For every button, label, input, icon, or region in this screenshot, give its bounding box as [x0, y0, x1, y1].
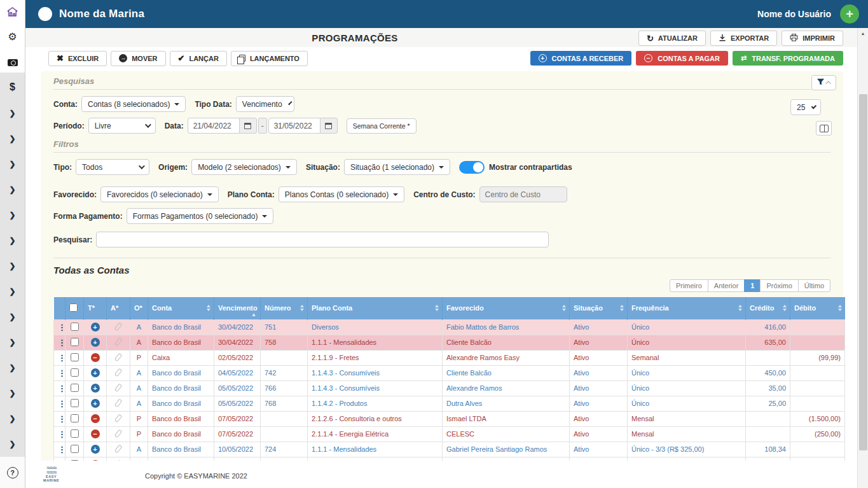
forma-pagamento-dropdown[interactable]: Formas Pagamentos (0 selecionado)	[127, 208, 274, 224]
lancamento-button[interactable]: LANÇAMENTO	[231, 51, 308, 66]
attachment-icon[interactable]	[114, 414, 123, 422]
settings-gear-icon[interactable]: ⚙	[6, 31, 19, 43]
marina-logo[interactable]	[38, 7, 52, 21]
imprimir-button[interactable]: IMPRIMIR	[782, 31, 843, 46]
row-checkbox[interactable]	[71, 399, 79, 407]
row-checkbox[interactable]	[71, 414, 79, 422]
filter-collapse-button[interactable]	[811, 75, 836, 90]
sidebar-chevron-icon[interactable]: ❯	[9, 406, 15, 431]
plano-conta-dropdown[interactable]: Planos Contas (0 selecionado)	[279, 186, 404, 202]
mostrar-contrapartidas-toggle[interactable]	[459, 161, 485, 174]
row-menu-icon[interactable]: ⋮	[58, 323, 65, 332]
scrollbar-thumb[interactable]	[859, 94, 867, 450]
excluir-button[interactable]: ✖ EXCLUIR	[48, 51, 107, 66]
contas-a-pagar-button[interactable]: − CONTAS A PAGAR	[636, 51, 728, 66]
mover-button[interactable]: → MOVER	[111, 51, 165, 66]
scroll-up-arrow-icon[interactable]: ▲	[858, 28, 868, 38]
atualizar-button[interactable]: ↻ ATUALIZAR	[638, 31, 706, 46]
pagination-button[interactable]: Próximo	[760, 279, 798, 292]
origem-dropdown[interactable]: Modelo (2 selecionados)	[191, 159, 297, 175]
table-row[interactable]: ⋮−PBanco do Brasil07/05/20222.1.1.4 - En…	[54, 426, 845, 442]
page-size-select[interactable]: 25	[790, 99, 821, 115]
tipo-data-select[interactable]: Vencimento	[236, 96, 294, 112]
column-header-situacao[interactable]: Situação	[570, 297, 628, 319]
scrollbar[interactable]: ▲	[857, 28, 868, 488]
table-row[interactable]: ⋮+ABanco do Brasil05/05/20227681.1.4.2 -…	[54, 396, 845, 411]
column-header-favorecido[interactable]: Favorecido	[443, 297, 570, 319]
sidebar-chevron-icon[interactable]: ❯	[9, 431, 15, 457]
table-row[interactable]: ⋮−PCaixa02/05/20222.1.1.9 - FretesAlexan…	[54, 350, 845, 365]
pagination-button[interactable]: Último	[798, 279, 830, 292]
column-header-frequencia[interactable]: Frequência	[628, 297, 746, 319]
table-row[interactable]: ⋮+ABanco do Brasil30/04/20227581.1.1 - M…	[54, 335, 845, 350]
row-checkbox[interactable]	[71, 323, 79, 331]
periodo-select[interactable]: Livre	[88, 118, 156, 134]
pagination-button[interactable]: 1	[744, 279, 761, 292]
attachment-icon[interactable]	[114, 322, 123, 331]
cash-icon[interactable]	[6, 56, 19, 69]
table-row[interactable]: ⋮+ABanco do Brasil10/05/20227241.1.1 - M…	[54, 442, 845, 457]
attachment-icon[interactable]	[114, 352, 123, 361]
finance-dollar-icon[interactable]: $	[10, 78, 15, 97]
sidebar-chevron-icon[interactable]: ❯	[9, 228, 15, 253]
help-icon[interactable]: ?	[7, 467, 18, 478]
add-button[interactable]: +	[840, 4, 859, 24]
data-fim-input[interactable]	[268, 118, 320, 134]
semana-corrente-button[interactable]: Semana Corrente *	[347, 118, 417, 134]
sidebar-chevron-icon[interactable]: ❯	[9, 253, 15, 279]
row-menu-icon[interactable]: ⋮	[58, 429, 65, 439]
sidebar-chevron-icon[interactable]: ❯	[9, 304, 15, 330]
user-name[interactable]: Nome do Usuário	[757, 9, 831, 19]
column-header-plano[interactable]: Plano Conta	[308, 297, 443, 319]
pesquisar-input[interactable]	[96, 232, 549, 247]
row-checkbox[interactable]	[71, 338, 79, 346]
table-row[interactable]: ⋮+ABanco do Brasil30/04/2022751DiversosF…	[54, 319, 845, 335]
column-header-conta[interactable]: Conta	[148, 297, 214, 319]
row-checkbox[interactable]	[71, 384, 79, 392]
contas-a-receber-button[interactable]: + CONTAS A RECEBER	[530, 51, 632, 66]
situacao-dropdown[interactable]: Situação (1 selecionado)	[344, 159, 450, 175]
row-menu-icon[interactable]: ⋮	[58, 384, 65, 393]
row-menu-icon[interactable]: ⋮	[58, 353, 65, 363]
row-checkbox[interactable]	[71, 353, 79, 361]
row-menu-icon[interactable]: ⋮	[58, 338, 65, 347]
sidebar-chevron-icon[interactable]: ❯	[9, 151, 15, 177]
home-icon[interactable]	[6, 5, 19, 18]
sidebar-chevron-icon[interactable]: ❯	[9, 355, 15, 380]
sidebar-chevron-icon[interactable]: ❯	[9, 126, 15, 151]
row-menu-icon[interactable]: ⋮	[58, 399, 65, 408]
row-checkbox[interactable]	[71, 429, 79, 438]
lancar-button[interactable]: ✔ LANÇAR	[170, 51, 227, 66]
sidebar-chevron-icon[interactable]: ❯	[9, 330, 15, 355]
easymarine-logo[interactable]: ≈≈≈ ≈≈≈ EASY MARINE	[43, 466, 59, 483]
calendar-icon[interactable]	[320, 118, 338, 134]
attachment-icon[interactable]	[114, 337, 123, 346]
attachment-icon[interactable]	[114, 383, 123, 392]
row-menu-icon[interactable]: ⋮	[58, 368, 65, 378]
row-menu-icon[interactable]: ⋮	[58, 414, 65, 424]
sidebar-chevron-icon[interactable]: ❯	[9, 279, 15, 304]
column-header-numero[interactable]: Número	[261, 297, 308, 319]
row-checkbox[interactable]	[71, 368, 79, 377]
favorecido-dropdown[interactable]: Favorecidos (0 selecionado)	[100, 186, 219, 202]
column-header-debito[interactable]: Débito	[790, 297, 845, 319]
transf-programada-button[interactable]: ⇄ TRANSF. PROGRAMADA	[733, 51, 843, 66]
sidebar-chevron-icon[interactable]: ❯	[9, 101, 15, 126]
column-header-vencimento[interactable]: Vencimento▲	[214, 297, 261, 319]
select-all-checkbox[interactable]	[69, 303, 78, 312]
attachment-icon[interactable]	[114, 398, 123, 407]
attachment-icon[interactable]	[114, 429, 123, 438]
pagination-button[interactable]: Primeiro	[670, 279, 708, 292]
data-inicio-input[interactable]	[188, 118, 240, 134]
row-menu-icon[interactable]: ⋮	[58, 445, 65, 454]
sidebar-chevron-icon[interactable]: ❯	[9, 202, 15, 228]
column-header-credito[interactable]: Crédito	[746, 297, 790, 319]
table-row[interactable]: ⋮+ABanco do Brasil05/05/20227661.1.4.3 -…	[54, 380, 845, 396]
sidebar-chevron-icon[interactable]: ❯	[9, 177, 15, 202]
row-checkbox[interactable]	[71, 445, 79, 453]
sidebar-chevron-icon[interactable]: ❯	[9, 380, 15, 406]
attachment-icon[interactable]	[114, 368, 123, 377]
columns-button[interactable]	[816, 121, 832, 136]
tipo-select[interactable]: Todos	[76, 159, 149, 175]
calendar-icon[interactable]	[240, 118, 257, 134]
